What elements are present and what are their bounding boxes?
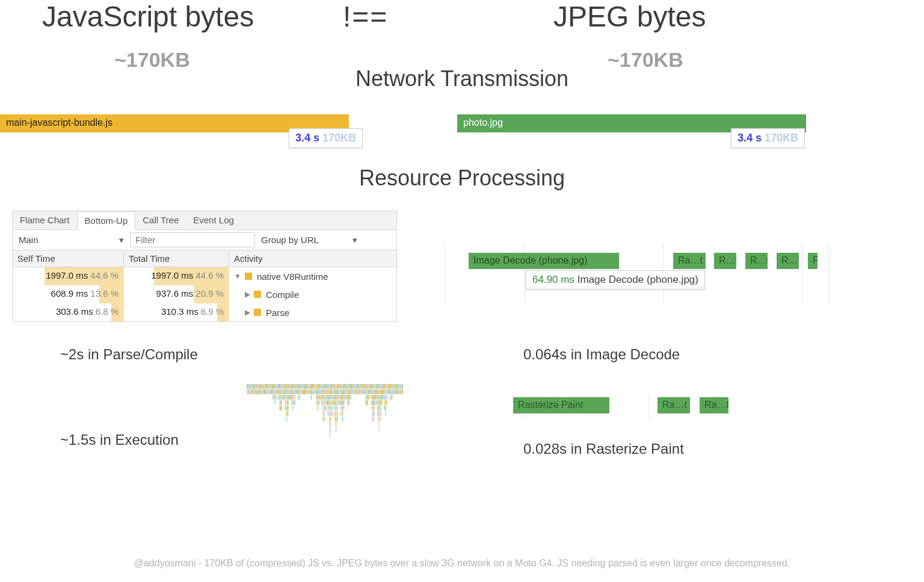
decode-block-small: F	[808, 253, 818, 269]
filter-input[interactable]	[130, 232, 255, 247]
title-right: JPEG bytes	[553, 0, 706, 33]
group-by-select[interactable]: Group by URL	[255, 231, 363, 249]
network-time-jpeg: 3.4 s	[738, 132, 762, 144]
tab-event-log[interactable]: Event Log	[186, 211, 241, 229]
devtools-tabs: Flame Chart Bottom-Up Call Tree Event Lo…	[13, 211, 396, 230]
section-processing: Resource Processing	[0, 166, 924, 191]
col-self-time: Self Time	[13, 250, 124, 267]
flame-graph-icon	[247, 384, 403, 468]
image-decode-timeline: Image Decode (phone.jpg) Ra…t R…t R…t R……	[444, 244, 829, 304]
caption: @addyosmani - 170KB of (compressed) JS v…	[0, 558, 924, 569]
profile-row[interactable]: 1997.0 ms44.6 %1997.0 ms44.6 %▼native V8…	[13, 267, 396, 285]
devtools-panel: Flame Chart Bottom-Up Call Tree Event Lo…	[12, 211, 397, 322]
summary-parse-compile: ~2s in Parse/Compile	[60, 346, 198, 363]
decode-block-small: R…t	[745, 253, 768, 269]
summary-image-decode: 0.064s in Image Decode	[523, 346, 680, 363]
network-size-jpeg: 170KB	[765, 132, 798, 144]
network-badge-js: 3.4 s 170KB	[289, 128, 363, 148]
tab-flame-chart[interactable]: Flame Chart	[13, 211, 77, 229]
summary-execution: ~1.5s in Execution	[60, 432, 179, 448]
tab-call-tree[interactable]: Call Tree	[135, 211, 186, 229]
raster-block-small: Ra…t	[658, 397, 690, 413]
decode-tooltip: 64.90 ms Image Decode (phone.jpg)	[526, 270, 705, 289]
tab-bottom-up[interactable]: Bottom-Up	[77, 211, 136, 230]
title-mid: !==	[343, 0, 388, 33]
decode-tooltip-time: 64.90 ms	[532, 274, 574, 285]
decode-block-small: Ra…t	[673, 253, 706, 269]
decode-block-small: R…t	[714, 253, 736, 269]
raster-block-small: Ra…t	[700, 397, 728, 413]
thread-select[interactable]: Main	[13, 231, 130, 249]
decode-tooltip-label: Image Decode (phone.jpg)	[578, 274, 698, 285]
columns-header: Self Time Total Time Activity	[13, 250, 396, 267]
raster-timeline: Rasterize Paint Ra…t Ra…t	[513, 397, 754, 415]
network-size-js: 170KB	[322, 132, 356, 144]
profile-rows: 1997.0 ms44.6 %1997.0 ms44.6 %▼native V8…	[13, 267, 396, 321]
col-activity: Activity	[229, 250, 396, 267]
title-left: JavaScript bytes	[42, 0, 254, 33]
col-total-time: Total Time	[124, 250, 229, 267]
decode-block-small: R…	[777, 253, 799, 269]
raster-block: Rasterize Paint	[513, 397, 609, 413]
network-time-js: 3.4 s	[295, 132, 319, 144]
profile-row[interactable]: 608.9 ms13.6 %937.6 ms20.9 %▶Compile	[13, 285, 396, 303]
summary-rasterize: 0.028s in Rasterize Paint	[523, 441, 684, 457]
profile-row[interactable]: 303.6 ms6.8 %310.3 ms6.9 %▶Parse	[13, 303, 396, 321]
network-badge-jpeg: 3.4 s 170KB	[731, 128, 805, 148]
decode-block: Image Decode (phone.jpg)	[469, 253, 619, 269]
section-network: Network Transmission	[0, 66, 924, 91]
